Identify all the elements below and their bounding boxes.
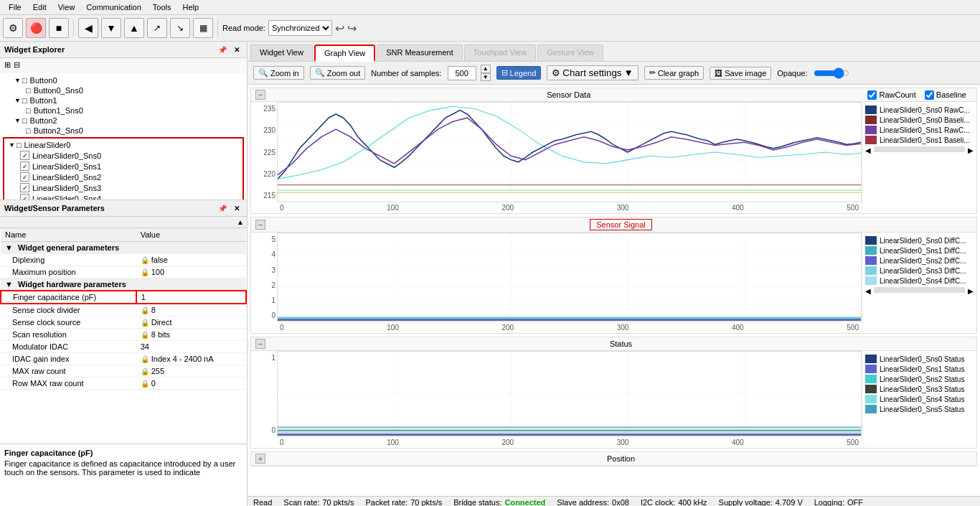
- samples-spinner[interactable]: ▲ ▼: [481, 65, 491, 81]
- pin-icon-params[interactable]: 📌: [217, 202, 228, 214]
- packet-rate-label: Packet rate:: [365, 498, 407, 506]
- menu-help[interactable]: Help: [176, 1, 204, 13]
- param-row-max-raw[interactable]: Row MAX raw count 🔒0: [1, 378, 246, 390]
- tree-item-ls0sns1[interactable]: LinearSlider0_Sns1: [6, 161, 241, 172]
- param-scan-res[interactable]: Scan resolution 🔒8 bits: [1, 329, 246, 341]
- legend-next[interactable]: ▶: [968, 146, 974, 154]
- checkbox-ls0sns1[interactable]: [20, 161, 29, 171]
- ss-legend-next[interactable]: ▶: [968, 287, 974, 295]
- tree-item-button1sns0[interactable]: □ Button1_Sns0: [0, 106, 247, 116]
- checkbox-ls0sns3[interactable]: [20, 183, 29, 192]
- checkbox-ls0sns2[interactable]: [20, 172, 29, 182]
- expand-arrow-general[interactable]: ▼: [5, 243, 13, 252]
- tree-collapse-all-icon[interactable]: ⊟: [14, 60, 20, 70]
- menu-file[interactable]: File: [3, 1, 27, 13]
- param-sense-clock-div-value: 🔒8: [136, 304, 246, 317]
- tree-item-button0[interactable]: ▼ □ Button0: [0, 75, 247, 85]
- params-scroll-up[interactable]: ▲: [237, 218, 244, 226]
- back-button[interactable]: ◀: [78, 18, 98, 38]
- baseline-checkbox-label[interactable]: Baseline: [925, 90, 966, 100]
- params-section-hardware: ▼ Widget hardware parameters: [1, 278, 246, 291]
- tree-expand-all-icon[interactable]: ⊞: [4, 60, 11, 70]
- zoom-in-button[interactable]: 🔍 Zoom in: [253, 66, 304, 80]
- ss-color-2: [865, 256, 877, 265]
- export-button[interactable]: ↗: [147, 18, 167, 38]
- up-button[interactable]: ▲: [124, 18, 144, 38]
- tab-snr-measurement[interactable]: SNR Measurement: [377, 44, 463, 61]
- widget-tree: ▼ □ Button0 □ Button0_Sns0 ▼ □ Button1 □…: [0, 72, 247, 200]
- opaque-slider[interactable]: [814, 67, 849, 79]
- checkbox-ls0sns0[interactable]: [20, 151, 29, 160]
- param-scan-res-value: 🔒8 bits: [136, 329, 246, 341]
- param-max-raw[interactable]: MAX raw count 🔒255: [1, 365, 246, 378]
- param-sense-clock-div[interactable]: Sense clock divider 🔒8: [1, 304, 246, 317]
- samples-input[interactable]: [448, 66, 476, 80]
- tree-item-ls0sns3[interactable]: LinearSlider0_Sns3: [6, 182, 241, 193]
- param-mod-idac[interactable]: Modulator IDAC 34: [1, 341, 246, 353]
- tree-item-button1[interactable]: ▼ □ Button1: [0, 95, 247, 106]
- tree-item-ls0sns4[interactable]: LinearSlider0_Sns4: [6, 193, 241, 200]
- param-finger-cap-value[interactable]: 1: [136, 291, 246, 304]
- menu-communication[interactable]: Communication: [80, 1, 146, 13]
- tree-item-button2sns0[interactable]: □ Button2_Sns0: [0, 126, 247, 136]
- param-maxpos[interactable]: Maximum position 🔒100: [1, 266, 246, 278]
- redo-btn[interactable]: ↪: [347, 22, 357, 35]
- grid-button[interactable]: ▦: [193, 18, 213, 38]
- save-image-button[interactable]: 🖼 Save image: [710, 67, 771, 80]
- tree-item-ls0sns2[interactable]: LinearSlider0_Sns2: [6, 172, 241, 182]
- down-button[interactable]: ▼: [101, 18, 121, 38]
- legend-prev[interactable]: ◀: [865, 146, 871, 154]
- close-icon[interactable]: ✕: [231, 44, 242, 55]
- menu-tools[interactable]: Tools: [147, 1, 177, 13]
- ss-legend-1: LinearSlider0_Sns1 DiffC...: [865, 245, 974, 256]
- arrow-button1: ▼: [14, 97, 21, 104]
- zoom-out-button[interactable]: 🔍 Zoom out: [310, 66, 365, 80]
- sensor-signal-header: − Sensor Signal: [251, 217, 976, 233]
- param-idac-gain[interactable]: IDAC gain index 🔒Index 4 - 2400 nA: [1, 353, 246, 365]
- param-finger-cap[interactable]: Finger capacitance (pF) 1: [1, 291, 246, 304]
- sensor-signal-collapse[interactable]: −: [255, 220, 265, 230]
- chart-settings-button[interactable]: ⚙ Chart settings ▼: [547, 65, 638, 80]
- status-collapse[interactable]: −: [255, 339, 265, 349]
- tab-widget-view[interactable]: Widget View: [250, 44, 313, 61]
- tree-item-button0sns0[interactable]: □ Button0_Sns0: [0, 85, 247, 95]
- legend-item-3: LinearSlider0_Sns1 Baseli...: [865, 135, 974, 145]
- close-icon-params[interactable]: ✕: [231, 202, 242, 214]
- label-ls0sns3: LinearSlider0_Sns3: [32, 184, 101, 192]
- checkbox-ls0sns4[interactable]: [20, 194, 29, 200]
- logging-value: OFF: [847, 498, 863, 506]
- play-button[interactable]: ■: [49, 18, 69, 38]
- menu-edit[interactable]: Edit: [27, 1, 52, 13]
- position-collapse[interactable]: +: [255, 454, 265, 464]
- ss-legend-nav: ◀ ▶: [865, 287, 974, 295]
- rawcount-checkbox-label[interactable]: RawCount: [867, 90, 915, 100]
- stop-button[interactable]: 🔴: [26, 18, 46, 38]
- tree-item-linearslider0[interactable]: ▼ □ LinearSlider0: [6, 140, 241, 150]
- legend-button[interactable]: ⊟ Legend: [496, 66, 542, 80]
- param-sense-clock-src[interactable]: Sense clock source 🔒Direct: [1, 317, 246, 329]
- tree-item-ls0sns0[interactable]: LinearSlider0_Sns0: [6, 150, 241, 161]
- ss-legend-prev[interactable]: ◀: [865, 287, 871, 295]
- rawcount-checkbox[interactable]: [867, 90, 877, 100]
- baseline-checkbox[interactable]: [925, 90, 934, 100]
- param-max-raw-value: 🔒255: [136, 365, 246, 378]
- pin-icon[interactable]: 📌: [217, 44, 228, 55]
- tree-item-button2[interactable]: ▼ □ Button2: [0, 116, 247, 126]
- lock-icon-scs: 🔒: [141, 319, 149, 327]
- expand-arrow-hardware[interactable]: ▼: [5, 280, 13, 289]
- sensor-data-title: Sensor Data: [547, 90, 590, 99]
- left-panel: Widget Explorer 📌 ✕ ⊞ ⊟ ▼ □ Button0 □ Bu…: [0, 42, 248, 506]
- import-button[interactable]: ↘: [170, 18, 190, 38]
- samples-up[interactable]: ▲: [481, 65, 491, 73]
- undo-btn[interactable]: ↩: [335, 22, 344, 35]
- sensor-data-collapse[interactable]: −: [255, 90, 265, 100]
- clear-graph-button[interactable]: ✏ Clear graph: [644, 66, 704, 80]
- tab-graph-view[interactable]: Graph View: [314, 44, 375, 62]
- read-mode-select[interactable]: Synchronized Continuous: [268, 20, 332, 36]
- st-color-3: [865, 385, 877, 393]
- tab-bar: Widget View Graph View SNR Measurement T…: [248, 42, 980, 62]
- param-diplexing[interactable]: Diplexing 🔒false: [1, 254, 246, 266]
- samples-down[interactable]: ▼: [481, 73, 491, 82]
- settings-button[interactable]: ⚙: [3, 18, 23, 38]
- menu-view[interactable]: View: [52, 1, 81, 13]
